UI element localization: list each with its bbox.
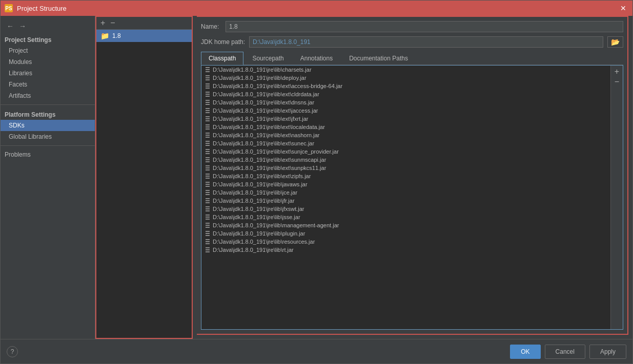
classpath-item-text: D:\Java\jdk1.8.0_191\jre\lib\ext\access-…: [213, 83, 342, 89]
list-item[interactable]: D:\Java\jdk1.8.0_191\jre\lib\plugin.jar: [201, 229, 610, 238]
classpath-item-text: D:\Java\jdk1.8.0_191\jre\lib\ext\sunjce_…: [213, 148, 339, 155]
close-button[interactable]: ✕: [618, 3, 628, 13]
title-bar: PS Project Structure ✕: [1, 1, 632, 16]
jar-icon: [206, 83, 210, 89]
ok-button[interactable]: OK: [510, 345, 540, 359]
add-classpath-button[interactable]: +: [612, 68, 622, 76]
jdk-row: JDK home path: 📂: [201, 36, 623, 48]
tab-classpath[interactable]: Classpath: [201, 52, 243, 65]
footer-right: OK Cancel Apply: [510, 345, 626, 359]
list-item[interactable]: D:\Java\jdk1.8.0_191\jre\lib\ext\jfxrt.j…: [201, 115, 610, 123]
cancel-button[interactable]: Cancel: [545, 345, 585, 359]
jar-icon: [206, 165, 210, 170]
back-button[interactable]: ←: [5, 21, 16, 31]
classpath-item-text: D:\Java\jdk1.8.0_191\jre\lib\management-…: [213, 222, 339, 228]
list-item[interactable]: D:\Java\jdk1.8.0_191\jre\lib\jce.jar: [201, 188, 610, 197]
list-item[interactable]: D:\Java\jdk1.8.0_191\jre\lib\ext\access-…: [201, 82, 610, 90]
jar-icon: [206, 223, 210, 228]
main-content: + − 📁 1.8 Name:: [95, 16, 632, 339]
jar-icon: [206, 190, 210, 195]
list-item[interactable]: D:\Java\jdk1.8.0_191\jre\lib\ext\sunec.j…: [201, 139, 610, 147]
classpath-item-text: D:\Java\jdk1.8.0_191\jre\lib\ext\dnsns.j…: [213, 99, 314, 105]
remove-sdk-button[interactable]: −: [109, 19, 116, 27]
browse-button[interactable]: 📂: [607, 36, 623, 48]
jar-icon: [206, 67, 210, 72]
project-settings-header: Project Settings: [1, 33, 95, 45]
list-item[interactable]: D:\Java\jdk1.8.0_191\jre\lib\ext\jaccess…: [201, 106, 610, 115]
footer: ? OK Cancel Apply: [1, 339, 632, 363]
right-panel: Name: JDK home path: 📂 Classpath So: [193, 16, 632, 339]
tab-docpaths[interactable]: Documentation Paths: [341, 52, 416, 65]
classpath-item-text: D:\Java\jdk1.8.0_191\jre\lib\charsets.ja…: [213, 67, 312, 73]
sidebar-divider-2: [1, 145, 95, 146]
sidebar-nav: ← →: [1, 19, 95, 33]
list-item[interactable]: D:\Java\jdk1.8.0_191\jre\lib\rt.jar: [201, 246, 610, 254]
name-input[interactable]: [226, 21, 623, 32]
sdk-toolbar: + −: [96, 17, 192, 30]
classpath-item-text: D:\Java\jdk1.8.0_191\jre\lib\resources.j…: [213, 239, 315, 245]
classpath-item-text: D:\Java\jdk1.8.0_191\jre\lib\ext\jfxrt.j…: [213, 116, 308, 122]
list-item[interactable]: D:\Java\jdk1.8.0_191\jre\lib\ext\zipfs.j…: [201, 172, 610, 180]
sidebar-item-project[interactable]: Project: [1, 45, 95, 56]
footer-left: ?: [7, 346, 18, 357]
split-layout: + − 📁 1.8 Name:: [95, 16, 632, 339]
help-button[interactable]: ?: [7, 346, 18, 357]
list-item[interactable]: D:\Java\jdk1.8.0_191\jre\lib\ext\sunjce_…: [201, 147, 610, 156]
apply-button[interactable]: Apply: [589, 345, 626, 359]
list-item[interactable]: D:\Java\jdk1.8.0_191\jre\lib\management-…: [201, 221, 610, 229]
sidebar-item-artifacts[interactable]: Artifacts: [1, 90, 95, 101]
sidebar-item-sdks[interactable]: SDKs: [1, 120, 95, 131]
sdk-list-item[interactable]: 📁 1.8: [96, 30, 192, 42]
jdk-path-label: JDK home path:: [201, 38, 245, 46]
list-item[interactable]: D:\Java\jdk1.8.0_191\jre\lib\ext\nashorn…: [201, 131, 610, 139]
jar-icon: [206, 100, 210, 105]
tab-sourcepath[interactable]: Sourcepath: [244, 52, 291, 65]
tab-annotations[interactable]: Annotations: [293, 52, 340, 65]
jar-icon: [206, 239, 210, 244]
app-icon: PS: [5, 4, 13, 12]
jar-icon: [206, 92, 210, 97]
jar-icon: [206, 124, 210, 130]
remove-classpath-button[interactable]: −: [612, 78, 622, 86]
jdk-path-input[interactable]: [249, 36, 603, 48]
jar-icon: [206, 198, 210, 203]
classpath-sidebar: + −: [610, 66, 623, 329]
classpath-item-text: D:\Java\jdk1.8.0_191\jre\lib\ext\jaccess…: [213, 108, 318, 114]
classpath-list: D:\Java\jdk1.8.0_191\jre\lib\charsets.ja…: [201, 66, 610, 329]
jar-icon: [206, 206, 210, 211]
detail-panel: Name: JDK home path: 📂 Classpath So: [197, 16, 628, 335]
title-bar-left: PS Project Structure: [5, 4, 67, 12]
sidebar-item-modules[interactable]: Modules: [1, 56, 95, 68]
list-item[interactable]: D:\Java\jdk1.8.0_191\jre\lib\ext\sunpkcs…: [201, 164, 610, 172]
jar-icon: [206, 133, 210, 138]
jar-icon: [206, 247, 210, 252]
classpath-item-text: D:\Java\jdk1.8.0_191\jre\lib\ext\zipfs.j…: [213, 173, 311, 179]
classpath-item-text: D:\Java\jdk1.8.0_191\jre\lib\rt.jar: [213, 247, 294, 253]
left-panel: + − 📁 1.8: [95, 16, 193, 339]
classpath-item-text: D:\Java\jdk1.8.0_191\jre\lib\jsse.jar: [213, 214, 300, 220]
project-structure-dialog: PS Project Structure ✕ ← → Project Setti…: [0, 0, 633, 364]
forward-button[interactable]: →: [17, 21, 28, 31]
list-item[interactable]: D:\Java\jdk1.8.0_191\jre\lib\ext\sunmsca…: [201, 156, 610, 164]
list-item[interactable]: D:\Java\jdk1.8.0_191\jre\lib\ext\dnsns.j…: [201, 98, 610, 106]
list-item[interactable]: D:\Java\jdk1.8.0_191\jre\lib\resources.j…: [201, 238, 610, 246]
jar-icon: [206, 182, 210, 187]
list-item[interactable]: D:\Java\jdk1.8.0_191\jre\lib\ext\localed…: [201, 123, 610, 131]
sidebar-item-facets[interactable]: Facets: [1, 79, 95, 90]
list-item[interactable]: D:\Java\jdk1.8.0_191\jre\lib\jfr.jar: [201, 197, 610, 205]
jar-icon: [206, 157, 210, 162]
list-item[interactable]: D:\Java\jdk1.8.0_191\jre\lib\deploy.jar: [201, 74, 610, 82]
platform-settings-header: Platform Settings: [1, 108, 95, 120]
sidebar-item-global-libraries[interactable]: Global Libraries: [1, 131, 95, 142]
list-item[interactable]: D:\Java\jdk1.8.0_191\jre\lib\javaws.jar: [201, 180, 610, 188]
sidebar-item-libraries[interactable]: Libraries: [1, 68, 95, 79]
jar-icon: [206, 141, 210, 146]
list-item[interactable]: D:\Java\jdk1.8.0_191\jre\lib\charsets.ja…: [201, 66, 610, 74]
sidebar: ← → Project Settings Project Modules Lib…: [1, 16, 95, 339]
classpath-item-text: D:\Java\jdk1.8.0_191\jre\lib\ext\nashorn…: [213, 132, 320, 138]
sidebar-item-problems[interactable]: Problems: [1, 149, 95, 160]
list-item[interactable]: D:\Java\jdk1.8.0_191\jre\lib\jsse.jar: [201, 213, 610, 221]
add-sdk-button[interactable]: +: [99, 19, 106, 27]
list-item[interactable]: D:\Java\jdk1.8.0_191\jre\lib\jfxswt.jar: [201, 205, 610, 213]
list-item[interactable]: D:\Java\jdk1.8.0_191\jre\lib\ext\cldrdat…: [201, 90, 610, 98]
